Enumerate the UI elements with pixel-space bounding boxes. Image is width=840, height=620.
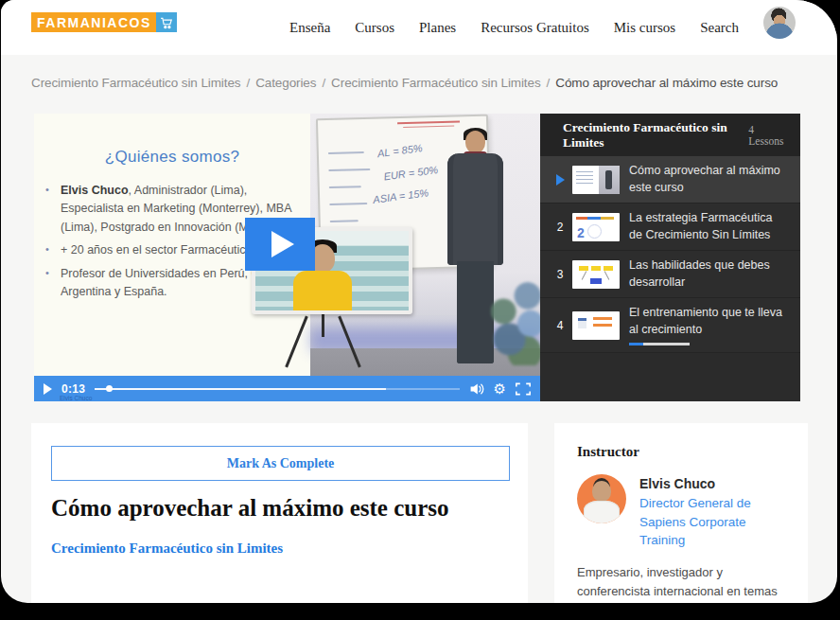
site-logo[interactable]: FARMANIACOS: [31, 12, 177, 32]
instructor-bio: Empresario, investigador y conferencista…: [577, 563, 785, 603]
bullet-marker: •: [45, 241, 61, 259]
lesson-thumbnail: [572, 311, 620, 340]
app-window: FARMANIACOS Enseña Cursos Planes Recurso…: [1, 0, 837, 603]
video-watermark: Elvis Chuco: [60, 395, 92, 401]
nav-planes[interactable]: Planes: [419, 20, 456, 36]
play-overlay-button[interactable]: [245, 218, 315, 271]
breadcrumb-course-link-2[interactable]: Crecimiento Farmacéutico sin Limites: [331, 76, 540, 90]
instructor-heading: Instructor: [577, 444, 785, 460]
bullet-marker: •: [45, 265, 61, 302]
current-time: 0:13: [61, 382, 85, 396]
course-playlist: Crecimiento Farmacéutico sin Limites 4 L…: [540, 114, 800, 401]
lesson-thumbnail: 2: [572, 213, 620, 241]
cart-icon: [156, 12, 177, 32]
nav-ensena[interactable]: Enseña: [289, 20, 330, 36]
lesson-thumbnail: [572, 260, 620, 289]
whiteboard-scribble: [403, 126, 454, 128]
mark-complete-button[interactable]: Mark As Complete: [51, 446, 510, 481]
nav-recursos-gratuitos[interactable]: Recursos Gratuitos: [481, 20, 589, 36]
playlist-item-4[interactable]: 4 El entrenamiento que te lleva al creci…: [540, 298, 800, 353]
now-playing-icon: [550, 174, 570, 186]
playlist-item-2[interactable]: 2 2 La estrategia Farmacéutica de Crecim…: [540, 204, 800, 251]
lesson-progress-bar: [629, 343, 690, 345]
user-avatar[interactable]: [763, 7, 796, 39]
video-player: ¿Quiénes somos? • Elvis Chuco, Administr…: [34, 114, 540, 401]
seek-bar[interactable]: [95, 376, 459, 401]
logo-text: FARMANIACOS: [31, 12, 156, 32]
plant-decoration: [485, 278, 540, 365]
lesson-number: 2: [550, 221, 570, 234]
play-icon: [271, 231, 294, 257]
tripod-stand: [322, 310, 324, 337]
lesson-number: 3: [550, 268, 570, 281]
nav-search[interactable]: Search: [700, 20, 739, 36]
whiteboard-scribble: [330, 220, 359, 222]
video-controls: 0:13 ⚙ Elvis Chuco: [34, 376, 540, 401]
play-pause-button[interactable]: [44, 383, 52, 395]
breadcrumb-separator: /: [322, 76, 325, 90]
playlist-item-3[interactable]: 3 Las habilidades que debes desarrollar: [540, 251, 800, 298]
whiteboard-scribble: [397, 120, 460, 124]
whiteboard-scribble: [328, 168, 370, 171]
main-nav: Enseña Cursos Planes Recursos Gratuitos …: [289, 0, 739, 55]
nav-mis-cursos[interactable]: Mis cursos: [614, 20, 675, 36]
breadcrumb-categories-link[interactable]: Categories: [255, 76, 316, 90]
playlist-item-title: Cómo aprovechar al máximo este curso: [629, 156, 787, 203]
lessons-count: 4 Lessons: [748, 124, 787, 147]
whiteboard-note: ASIA = 15%: [373, 186, 429, 205]
playlist-title: Crecimiento Farmacéutico sin Limites: [563, 120, 748, 151]
playlist-header: Crecimiento Farmacéutico sin Limites 4 L…: [540, 114, 800, 156]
whiteboard-note: AL = 85%: [376, 142, 423, 159]
lesson-progress-fill: [629, 343, 643, 345]
breadcrumb-separator: /: [246, 76, 250, 90]
course-link[interactable]: Crecimiento Farmacéutico sin Limites: [51, 540, 283, 557]
playlist-item-title: La estrategia Farmacéutica de Crecimient…: [629, 204, 787, 250]
instructor-avatar: [577, 474, 626, 523]
playlist-item-1[interactable]: Cómo aprovechar al máximo este curso: [540, 156, 800, 204]
video-frame-photo: AL = 85% EUR = 50% ASIA = 15%: [310, 114, 540, 401]
instructor-name: Elvis Chuco: [639, 474, 785, 491]
lesson-thumbnail: [572, 166, 620, 194]
fullscreen-icon[interactable]: [516, 382, 531, 396]
lesson-number: 4: [550, 319, 570, 332]
whiteboard-scribble: [329, 186, 361, 188]
bullet-marker: •: [45, 182, 61, 237]
breadcrumb-separator: /: [547, 76, 551, 90]
volume-icon[interactable]: [469, 382, 484, 396]
breadcrumb: Crecimiento Farmacéutico sin Limites/Cat…: [31, 76, 778, 90]
whiteboard-note: EUR = 50%: [383, 164, 439, 182]
instructor-card: Instructor Elvis Chuco Director General …: [554, 423, 808, 603]
breadcrumb-course-link[interactable]: Crecimiento Farmacéutico sin Limites: [31, 76, 240, 90]
instructor-role-link[interactable]: Director General de Sapiens Corporate Tr…: [639, 494, 785, 550]
slide-title: ¿Quiénes somos?: [34, 148, 310, 167]
nav-cursos[interactable]: Cursos: [355, 20, 394, 36]
playlist-item-title: El entrenamiento que te lleva al crecimi…: [629, 305, 787, 338]
playlist-item-title: Las habilidades que debes desarrollar: [629, 251, 787, 297]
breadcrumb-current-page: Cómo aprovechar al máximo este curso: [555, 76, 778, 90]
whiteboard-scribble: [329, 203, 367, 205]
seek-handle[interactable]: [106, 385, 113, 392]
lesson-card: Mark As Complete Cómo aprovechar al máxi…: [31, 423, 528, 603]
site-header: FARMANIACOS Enseña Cursos Planes Recurso…: [1, 0, 837, 55]
lesson-title: Cómo aprovechar al máximo este curso: [51, 495, 449, 522]
buffered-bar: [95, 388, 386, 390]
settings-gear-icon[interactable]: ⚙: [494, 381, 506, 396]
whiteboard-scribble: [328, 151, 364, 154]
